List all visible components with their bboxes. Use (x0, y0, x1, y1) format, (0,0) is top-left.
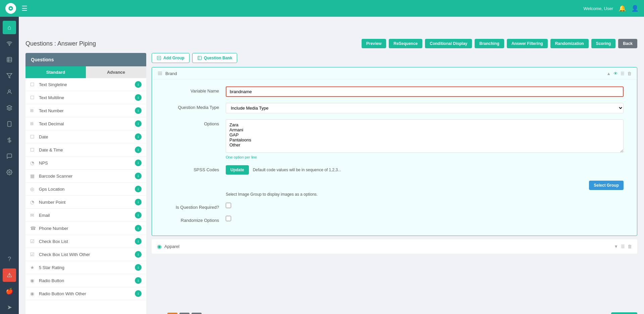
spss-update-button[interactable]: Update (226, 165, 249, 175)
sidebar-item-wifi[interactable] (3, 37, 16, 50)
info-icon[interactable]: i (135, 251, 142, 258)
list-item[interactable]: ▦ Barcode Scanner i (25, 170, 146, 183)
info-icon[interactable]: i (135, 120, 142, 127)
sidebar-item-settings[interactable] (3, 166, 16, 179)
info-icon[interactable]: i (135, 199, 142, 205)
number-point-icon: ◔ (30, 199, 36, 205)
text-number-icon: ⊞ (30, 108, 36, 113)
back-button[interactable]: Back (618, 39, 637, 48)
media-type-select[interactable]: Include Media Type No Media Image Video … (226, 103, 624, 113)
sidebar-item-layers[interactable] (3, 101, 16, 115)
tab-advance[interactable]: Advance (86, 66, 146, 78)
user-profile-icon[interactable]: 👤 (631, 5, 639, 12)
list-item[interactable]: ☐ Date & Time i (25, 143, 146, 156)
list-item[interactable]: ◉ Radio Button With Other i (25, 287, 146, 300)
eye-icon[interactable]: 👁 (613, 71, 618, 76)
add-group-button[interactable]: Add Group (152, 53, 190, 63)
conditional-display-button[interactable]: Conditional Display (425, 39, 472, 48)
list-item[interactable]: ◔ Number Point i (25, 196, 146, 209)
save-button[interactable]: Save (611, 312, 637, 314)
sidebar-item-tablet[interactable] (3, 117, 16, 131)
info-icon[interactable]: i (135, 160, 142, 166)
options-label: Options (165, 119, 219, 126)
q-item-label: Text Decimal (39, 121, 64, 126)
image-group-hint: Select Image Group to display images as … (226, 192, 624, 197)
page-1-button[interactable]: 1 (167, 313, 177, 314)
question-bank-button[interactable]: Question Bank (192, 53, 237, 63)
list-item[interactable]: ☑ Check Box List With Other i (25, 248, 146, 261)
list-item[interactable]: ⊞ Text Decimal i (25, 117, 146, 130)
page-add-button[interactable]: + (192, 313, 202, 314)
answer-filtering-button[interactable]: Answer Filtering (507, 39, 548, 48)
options-row: Options Zara Armani GAP Pantaloons Other… (165, 119, 624, 159)
delete-icon[interactable]: 🗑 (627, 71, 632, 76)
apparel-card: ◉ Apparel ▼ ☰ 🗑 (152, 239, 637, 254)
sidebar-item-billing[interactable] (3, 133, 16, 147)
content-area: Questions Standard Advance ☐ Text Single… (25, 53, 637, 314)
page-2-button[interactable]: 2 (179, 313, 190, 314)
info-icon[interactable]: i (135, 277, 142, 284)
list-item[interactable]: ◔ NPS i (25, 156, 146, 170)
sidebar-item-alert[interactable]: ⚠ (3, 268, 16, 282)
list-item[interactable]: ☑ Check Box List i (25, 235, 146, 248)
info-icon[interactable]: i (135, 81, 142, 88)
info-icon[interactable]: i (135, 107, 142, 114)
variable-name-row: Variable Name (165, 86, 624, 97)
phone-icon: ☎ (30, 226, 36, 231)
randomize-checkbox[interactable] (226, 216, 231, 221)
info-icon[interactable]: i (135, 225, 142, 232)
tab-standard[interactable]: Standard (25, 66, 86, 78)
scoring-button[interactable]: Scoring (591, 39, 616, 48)
variable-name-label: Variable Name (165, 86, 219, 93)
q-item-label: 5 Star Rating (39, 265, 64, 270)
sidebar-item-home[interactable]: ⌂ (3, 21, 16, 34)
spss-hint-text: Default code values will be in sequence … (253, 168, 341, 172)
sidebar-item-apple[interactable]: 🍎 (3, 285, 16, 298)
apparel-title: Apparel (164, 244, 179, 249)
hamburger-menu[interactable]: ☰ (21, 4, 28, 12)
options-textarea[interactable]: Zara Armani GAP Pantaloons Other (226, 119, 624, 153)
sidebar-item-chat[interactable] (3, 149, 16, 163)
info-icon[interactable]: i (135, 146, 142, 153)
info-icon[interactable]: i (135, 290, 142, 297)
bell-icon[interactable]: 🔔 (619, 5, 626, 12)
info-icon[interactable]: i (135, 94, 142, 101)
expand-icon[interactable]: ▼ (614, 244, 618, 249)
info-icon[interactable]: i (135, 212, 142, 218)
sidebar-item-reports[interactable] (3, 53, 16, 66)
text-decimal-icon: ⊞ (30, 121, 36, 126)
spss-control: Update Default code values will be in se… (226, 165, 624, 175)
resequence-button[interactable]: ReSequence (389, 39, 422, 48)
randomization-button[interactable]: Randomization (550, 39, 589, 48)
list-item[interactable]: ✉ Email i (25, 209, 146, 222)
list-item[interactable]: ⊞ Text Number i (25, 104, 146, 117)
list-options-icon[interactable]: ☰ (621, 71, 625, 76)
list-item[interactable]: ◉ Radio Button i (25, 274, 146, 287)
list-item[interactable]: ★ 5 Star Rating i (25, 261, 146, 274)
info-icon[interactable]: i (135, 173, 142, 179)
info-icon[interactable]: i (135, 186, 142, 192)
top-nav-right: Welcome, User 🔔 👤 (583, 5, 639, 12)
preview-button[interactable]: Preview (362, 39, 386, 48)
svg-rect-9 (8, 122, 11, 127)
info-icon[interactable]: i (135, 238, 142, 245)
branching-button[interactable]: Branching (475, 39, 504, 48)
list-item[interactable]: ◎ Gps Location i (25, 183, 146, 196)
apparel-list-icon[interactable]: ☰ (621, 244, 625, 249)
is-required-checkbox[interactable] (226, 203, 231, 208)
list-item[interactable]: ☎ Phone Number i (25, 222, 146, 235)
list-item[interactable]: ☐ Date i (25, 130, 146, 143)
collapse-icon[interactable]: ▲ (606, 71, 611, 76)
sidebar-item-filter[interactable] (3, 69, 16, 82)
info-icon[interactable]: i (135, 264, 142, 271)
list-item[interactable]: ☐ Text Multiline i (25, 91, 146, 104)
variable-name-input[interactable] (226, 86, 624, 97)
svg-marker-6 (7, 73, 12, 78)
apparel-delete-icon[interactable]: 🗑 (628, 244, 632, 249)
sidebar-item-send[interactable]: ➤ (3, 301, 16, 314)
list-item[interactable]: ☐ Text Singleline i (25, 78, 146, 91)
sidebar-item-help[interactable]: ? (3, 252, 16, 266)
info-icon[interactable]: i (135, 133, 142, 140)
select-group-button[interactable]: Select Group (589, 181, 624, 190)
sidebar-item-users[interactable] (3, 85, 16, 99)
